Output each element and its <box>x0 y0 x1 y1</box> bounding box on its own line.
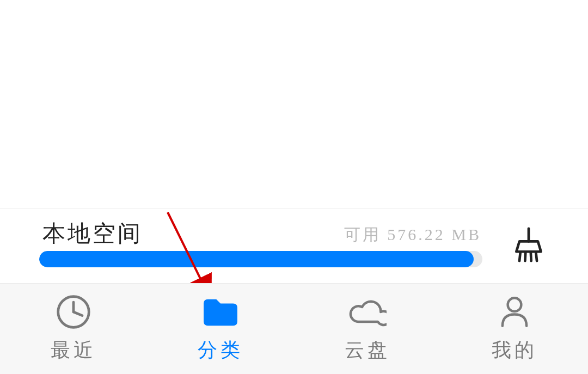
main-content-blank <box>0 0 588 208</box>
nav-label: 云盘 <box>345 337 390 364</box>
svg-line-8 <box>74 312 82 316</box>
svg-line-4 <box>536 252 537 261</box>
cloud-icon <box>348 295 387 329</box>
broom-icon <box>513 227 544 263</box>
svg-line-1 <box>519 252 520 261</box>
bottom-nav: 最近 分类 云盘 我的 <box>0 283 588 374</box>
nav-label: 最近 <box>51 337 96 364</box>
nav-label: 分类 <box>198 337 243 364</box>
nav-item-me[interactable]: 我的 <box>441 284 588 374</box>
nav-label: 我的 <box>492 337 537 364</box>
storage-panel: 本地空间 可用 576.22 MB <box>0 208 588 284</box>
nav-item-cloud[interactable]: 云盘 <box>294 284 441 374</box>
storage-progress <box>39 251 482 267</box>
svg-line-2 <box>525 252 525 261</box>
storage-available-text: 可用 576.22 MB <box>344 224 481 246</box>
person-icon <box>495 295 534 329</box>
svg-point-9 <box>508 298 522 311</box>
svg-line-3 <box>531 252 531 261</box>
storage-title: 本地空间 <box>42 218 143 249</box>
clean-button[interactable] <box>513 227 544 263</box>
nav-item-recent[interactable]: 最近 <box>0 284 147 374</box>
folder-icon <box>201 295 240 329</box>
clock-icon <box>54 295 93 329</box>
storage-progress-fill <box>39 251 474 267</box>
nav-item-categories[interactable]: 分类 <box>147 284 294 374</box>
